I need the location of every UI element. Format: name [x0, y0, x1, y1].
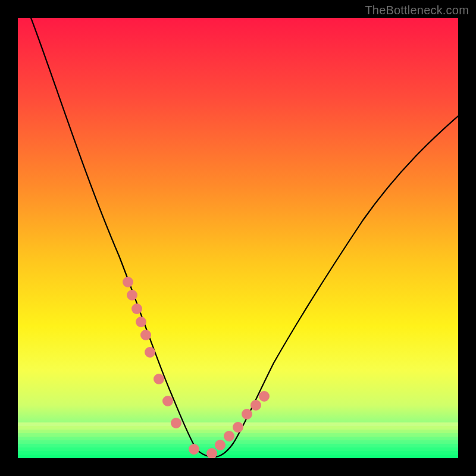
bottleneck-curve-svg — [18, 18, 458, 458]
chart-frame: TheBottleneck.com — [0, 0, 476, 476]
bottleneck-curve-path — [31, 18, 458, 457]
svg-point-5 — [145, 347, 155, 358]
svg-point-9 — [189, 444, 199, 455]
data-markers — [123, 277, 270, 458]
plot-area — [18, 18, 458, 458]
svg-point-3 — [136, 317, 146, 327]
svg-point-7 — [162, 396, 173, 406]
svg-point-4 — [140, 330, 151, 340]
svg-point-0 — [123, 277, 133, 287]
svg-point-14 — [242, 409, 252, 419]
svg-point-11 — [215, 440, 226, 450]
watermark-label: TheBottleneck.com — [365, 4, 469, 17]
svg-point-6 — [154, 374, 164, 384]
svg-point-1 — [127, 290, 137, 300]
svg-point-13 — [233, 422, 243, 433]
svg-point-10 — [206, 448, 217, 458]
svg-point-2 — [131, 303, 142, 314]
svg-point-16 — [259, 391, 270, 402]
svg-point-12 — [224, 431, 234, 441]
gradient-footer-bands — [18, 422, 458, 458]
svg-point-8 — [171, 418, 181, 428]
svg-point-15 — [250, 400, 261, 411]
